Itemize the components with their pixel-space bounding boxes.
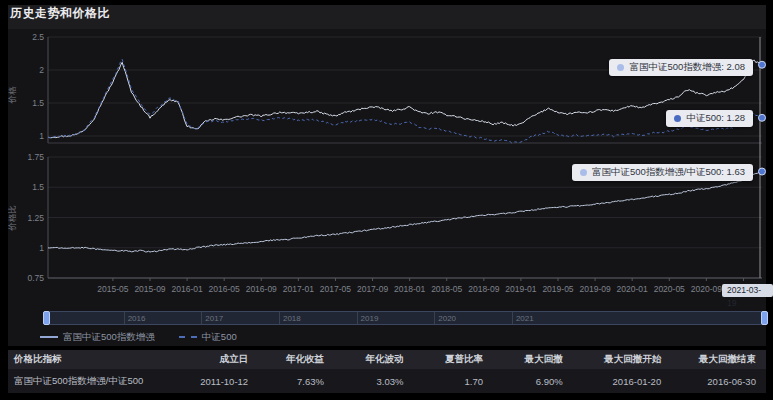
- svg-text:1.5: 1.5: [32, 98, 44, 108]
- svg-text:0.75: 0.75: [27, 273, 44, 283]
- svg-text:2018-01: 2018-01: [394, 284, 425, 294]
- table-header-row: 价格比指标成立日年化收益年化波动夏普比率最大回撤最大回撤开始最大回撤结束: [8, 350, 766, 369]
- table-cell: 3.03%: [334, 369, 414, 393]
- svg-text:2017-09: 2017-09: [357, 284, 388, 294]
- tooltip-ratio-value: 富国中证500指数增强/中证500: 1.63: [572, 164, 753, 181]
- svg-text:2019-05: 2019-05: [542, 284, 573, 294]
- svg-text:2016-01: 2016-01: [171, 284, 202, 294]
- legend-line-icon: [179, 336, 197, 338]
- table-header-cell: 最大回撤开始: [573, 350, 672, 369]
- tooltip-fund-value: 富国中证500指数增强: 2.08: [609, 59, 753, 76]
- svg-text:2016-05: 2016-05: [209, 284, 240, 294]
- datazoom-left-handle[interactable]: [43, 311, 50, 325]
- legend-line-icon: [40, 336, 58, 338]
- svg-text:2017-01: 2017-01: [283, 284, 314, 294]
- table-cell: 2011-10-12: [190, 369, 258, 393]
- series-marker-icon: [674, 115, 681, 122]
- price-ratio-table: 价格比指标成立日年化收益年化波动夏普比率最大回撤最大回撤开始最大回撤结束 富国中…: [8, 350, 766, 393]
- datazoom-selected-range[interactable]: [46, 312, 765, 324]
- datazoom-slider[interactable]: 201620172018201920202021: [45, 311, 766, 325]
- slider-year-mark: 2018: [279, 312, 301, 324]
- legend-label: 中证500: [202, 331, 237, 344]
- svg-text:价格比: 价格比: [7, 205, 17, 232]
- table-cell: 富国中证500指数增强/中证500: [8, 369, 190, 393]
- slider-year-mark: 2019: [357, 312, 379, 324]
- slider-year-mark: 2017: [201, 312, 223, 324]
- svg-text:2020-09: 2020-09: [691, 284, 722, 294]
- table-cell: 7.63%: [258, 369, 334, 393]
- chart-legend: 富国中证500指数增强中证500: [40, 331, 237, 343]
- table-cell: 1.70: [414, 369, 494, 393]
- table-row: 富国中证500指数增强/中证5002011-10-127.63%3.03%1.7…: [8, 369, 766, 393]
- table-cell: 2016-06-30: [671, 369, 766, 393]
- svg-text:2015-09: 2015-09: [134, 284, 165, 294]
- svg-text:1.5: 1.5: [32, 182, 44, 192]
- trend-and-ratio-chart[interactable]: 2.521.51价格1.751.51.2510.75价格比2015-052015…: [0, 0, 773, 305]
- tooltip-index-value: 中证500: 1.28: [666, 110, 753, 127]
- tooltip-text: 中证500: 1.28: [686, 112, 745, 125]
- svg-text:2017-05: 2017-05: [320, 284, 351, 294]
- svg-text:2.5: 2.5: [32, 32, 44, 42]
- table-header-cell: 最大回撤: [493, 350, 573, 369]
- svg-text:2018-05: 2018-05: [431, 284, 462, 294]
- svg-text:2015-05: 2015-05: [97, 284, 128, 294]
- svg-text:1: 1: [39, 131, 44, 141]
- svg-text:2018-09: 2018-09: [468, 284, 499, 294]
- table-header-cell: 价格比指标: [8, 350, 190, 369]
- tooltip-text: 富国中证500指数增强/中证500: 1.63: [592, 166, 745, 179]
- svg-text:2016-09: 2016-09: [246, 284, 277, 294]
- svg-text:2019-09: 2019-09: [579, 284, 610, 294]
- table-cell: 6.90%: [493, 369, 573, 393]
- table-header-cell: 成立日: [190, 350, 258, 369]
- table-header-cell: 最大回撤结束: [671, 350, 766, 369]
- legend-item[interactable]: 中证500: [179, 331, 237, 344]
- axis-pointer-date-label: 2021-03-19: [722, 284, 773, 297]
- svg-text:1.75: 1.75: [27, 152, 44, 162]
- series-marker-icon: [617, 64, 624, 71]
- legend-label: 富国中证500指数增强: [63, 331, 155, 344]
- series-marker-icon: [580, 169, 587, 176]
- table-header-cell: 夏普比率: [414, 350, 494, 369]
- svg-text:2020-05: 2020-05: [654, 284, 685, 294]
- slider-year-mark: 2016: [124, 312, 146, 324]
- svg-text:2019-01: 2019-01: [505, 284, 536, 294]
- slider-year-mark: 2020: [434, 312, 456, 324]
- table-cell: 2016-01-20: [573, 369, 672, 393]
- svg-text:1: 1: [39, 243, 44, 253]
- slider-year-mark: 2021: [512, 312, 534, 324]
- legend-item[interactable]: 富国中证500指数增强: [40, 331, 155, 344]
- fund-analysis-page: 历史走势和价格比 2.521.51价格1.751.51.2510.75价格比20…: [0, 0, 773, 400]
- svg-text:2020-01: 2020-01: [617, 284, 648, 294]
- svg-text:价格: 价格: [7, 86, 17, 105]
- svg-text:1.25: 1.25: [27, 213, 44, 223]
- tooltip-text: 富国中证500指数增强: 2.08: [629, 61, 745, 74]
- datazoom-right-handle[interactable]: [761, 311, 768, 325]
- table-header-cell: 年化波动: [334, 350, 414, 369]
- svg-text:2: 2: [39, 65, 44, 75]
- table-header-cell: 年化收益: [258, 350, 334, 369]
